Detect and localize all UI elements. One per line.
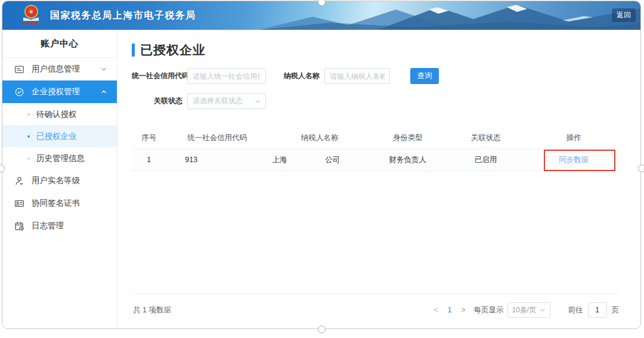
chevron-up-icon xyxy=(100,88,107,95)
cell-credit-code: 913 xyxy=(166,156,268,164)
page-size-label: 每页显示 xyxy=(474,305,504,315)
cell-no: 1 xyxy=(132,156,166,164)
sidebar-item-authorized-enterprises[interactable]: 已授权企业 xyxy=(2,125,117,147)
bullet-dot-icon xyxy=(27,113,30,116)
app-title: 国家税务总局上海市电子税务局 xyxy=(50,10,196,22)
back-button[interactable]: 返回 xyxy=(612,8,636,22)
page-title: 已授权企业 xyxy=(140,42,206,58)
national-emblem-icon: ★ xyxy=(24,5,38,18)
cell-relation-status: 已启用 xyxy=(444,155,527,165)
cell-identity-type: 财务负责人 xyxy=(371,155,444,165)
search-button[interactable]: 查询 xyxy=(410,68,439,84)
sidebar-item-label: 日志管理 xyxy=(32,221,117,231)
sidebar-subitem-label: 待确认授权 xyxy=(36,109,77,120)
sidebar-item-pending-authorization[interactable]: 待确认授权 xyxy=(2,103,117,125)
page-size-select[interactable]: 10条/页 xyxy=(507,302,550,318)
results-table: 序号 统一社会信用代码 纳税人名称 身份类型 关联状态 操作 1 913 上海 … xyxy=(132,128,620,171)
sidebar-subitem-label: 历史管理信息 xyxy=(36,153,85,164)
sidebar-item-label: 企业授权管理 xyxy=(32,86,100,97)
relation-status-label: 关联状态 xyxy=(132,96,182,106)
sync-data-link[interactable]: 同步数据 xyxy=(559,156,589,164)
sidebar: 账户中心 用户信息管理 企业授权管理 xyxy=(2,30,117,329)
column-header-actions: 操作 xyxy=(527,133,620,143)
taxpayer-name-prefix: 上海 xyxy=(272,155,287,165)
sidebar-item-label: 用户实名等级 xyxy=(32,175,117,186)
sidebar-item-user-info-management[interactable]: 用户信息管理 xyxy=(2,58,117,80)
column-header-relation-status: 关联状态 xyxy=(444,133,527,143)
pagination: < 1 > 每页显示 10条/页 前往 页 xyxy=(431,302,619,318)
sidebar-item-log-management[interactable]: 日志管理 xyxy=(2,215,117,237)
logo-caption: 中国税务 xyxy=(23,21,39,26)
taxpayer-name-input[interactable] xyxy=(324,68,390,84)
column-header-identity-type: 身份类型 xyxy=(371,133,444,143)
goto-page-label: 前往 xyxy=(568,305,583,315)
next-page-button[interactable]: > xyxy=(457,306,469,314)
sidebar-item-label: 协同签名证书 xyxy=(32,198,117,209)
prev-page-button[interactable]: < xyxy=(431,306,442,314)
taxpayer-name-label: 纳税人名称 xyxy=(283,71,320,81)
table-footer: 共 1 项数据 < 1 > 每页显示 10条/页 前往 页 xyxy=(132,294,620,324)
cell-taxpayer-name: 上海 公司 xyxy=(268,155,371,165)
column-header-credit-code: 统一社会信用代码 xyxy=(166,133,268,143)
table-header-row: 序号 统一社会信用代码 纳税人名称 身份类型 关联状态 操作 xyxy=(132,128,620,149)
current-page-button[interactable]: 1 xyxy=(442,306,458,314)
tax-bureau-logo: ★ 中国税务 xyxy=(18,5,44,26)
chevron-down-icon xyxy=(540,307,546,313)
column-header-taxpayer-name: 纳税人名称 xyxy=(268,133,371,143)
relation-status-select[interactable]: 请选择关联状态 xyxy=(187,93,266,109)
crop-handle-bottom[interactable] xyxy=(318,325,326,333)
sidebar-item-user-realname-level[interactable]: 用户实名等级 xyxy=(2,169,117,192)
user-icon xyxy=(14,176,24,186)
table-row: 1 913 上海 公司 财务负责人 已启用 同步数据 xyxy=(132,149,620,171)
credit-code-label: 统一社会信用代码 xyxy=(132,71,182,81)
chevron-down-icon xyxy=(100,66,107,73)
taxpayer-name-suffix: 公司 xyxy=(325,155,340,165)
relation-status-placeholder: 请选择关联状态 xyxy=(193,96,243,106)
page-size-value: 10条/页 xyxy=(512,305,537,315)
sidebar-subitem-label: 已授权企业 xyxy=(36,131,77,142)
crop-handle-right[interactable] xyxy=(638,165,644,172)
badge-check-icon xyxy=(14,87,24,97)
title-accent-bar xyxy=(132,44,135,57)
id-card-icon xyxy=(14,64,24,75)
app-window: ★ 中国税务 国家税务总局上海市电子税务局 返回 账户中心 用户信息管理 xyxy=(2,1,641,329)
credit-code-input[interactable] xyxy=(187,68,266,84)
sidebar-item-label: 用户信息管理 xyxy=(32,64,100,75)
certificate-icon xyxy=(14,199,24,209)
sidebar-item-enterprise-authorization-management[interactable]: 企业授权管理 xyxy=(2,80,117,103)
chevron-down-icon xyxy=(255,98,261,104)
column-header-no: 序号 xyxy=(132,133,166,143)
bullet-dot-icon xyxy=(27,157,30,160)
sidebar-item-history-management-info[interactable]: 历史管理信息 xyxy=(2,147,117,169)
total-count-text: 共 1 项数据 xyxy=(133,305,171,315)
main-content: 已授权企业 统一社会信用代码 纳税人名称 查询 关联状态 请选择关联状态 序号 xyxy=(117,30,640,329)
sidebar-title: 账户中心 xyxy=(2,30,117,58)
header-mountains-decoration xyxy=(259,1,640,30)
log-calendar-icon xyxy=(14,221,24,231)
bullet-dot-icon xyxy=(27,135,30,138)
goto-page-input[interactable] xyxy=(588,302,607,318)
goto-page-unit: 页 xyxy=(612,305,620,315)
sidebar-item-collaborative-signature-certificate[interactable]: 协同签名证书 xyxy=(2,192,117,215)
cell-actions: 同步数据 xyxy=(527,155,620,165)
